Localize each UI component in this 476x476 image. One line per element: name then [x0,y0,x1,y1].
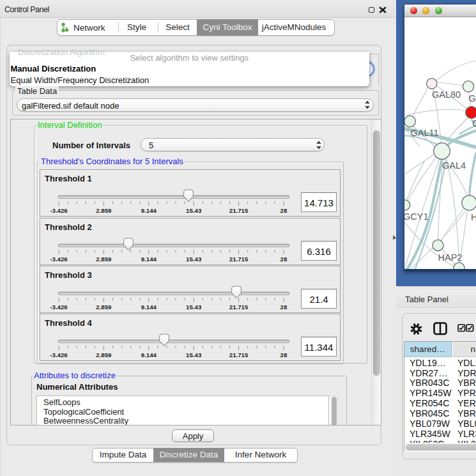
svg-text:GAL80: GAL80 [432,89,461,100]
svg-text:GAL4: GAL4 [442,160,466,171]
svg-text:2.859: 2.859 [96,351,112,358]
svg-text:HA: HA [471,212,476,222]
svg-text:15.43: 15.43 [186,207,202,214]
svg-text:HAP2: HAP2 [438,252,462,263]
svg-text:GCY1: GCY1 [404,211,429,222]
svg-text:CD: CD [472,118,476,128]
svg-text:2.859: 2.859 [96,207,112,214]
svg-text:-3.426: -3.426 [50,256,68,263]
svg-text:28: 28 [280,303,288,311]
svg-text:21.715: 21.715 [229,207,249,214]
svg-text:9.144: 9.144 [141,303,157,311]
svg-text:9.144: 9.144 [141,351,157,358]
svg-text:21.715: 21.715 [229,256,249,263]
svg-text:2.859: 2.859 [96,256,112,263]
svg-text:21.715: 21.715 [229,351,249,358]
svg-text:GAL11: GAL11 [410,128,438,138]
svg-text:28: 28 [280,207,288,214]
svg-text:28: 28 [280,256,288,263]
svg-text:-3.426: -3.426 [50,351,68,358]
svg-text:GAL1: GAL1 [468,93,476,104]
svg-text:-3.426: -3.426 [50,303,68,311]
svg-text:9.144: 9.144 [141,207,157,214]
svg-text:9.144: 9.144 [141,256,157,263]
svg-text:28: 28 [280,351,288,358]
svg-text:15.43: 15.43 [186,256,202,263]
svg-text:15.43: 15.43 [186,351,202,358]
svg-text:21.715: 21.715 [229,303,249,311]
svg-text:2.859: 2.859 [96,303,112,311]
svg-text:15.43: 15.43 [186,303,202,311]
svg-text:-3.426: -3.426 [50,207,68,214]
